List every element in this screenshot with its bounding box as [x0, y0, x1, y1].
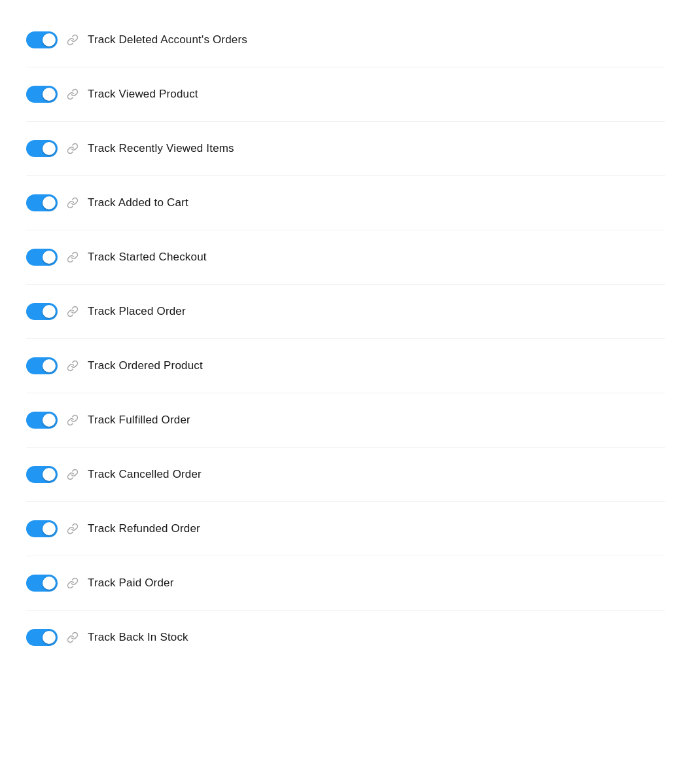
link-icon-track-fulfilled-order[interactable]	[65, 413, 80, 427]
setting-label-track-added-to-cart: Track Added to Cart	[88, 196, 188, 209]
toggle-thumb	[43, 577, 56, 590]
link-icon-track-viewed-product[interactable]	[65, 87, 80, 101]
setting-label-track-paid-order: Track Paid Order	[88, 577, 174, 590]
setting-item-track-added-to-cart: Track Added to Cart	[26, 176, 665, 230]
link-icon-track-added-to-cart[interactable]	[65, 196, 80, 210]
toggle-track-paid-order[interactable]	[26, 575, 58, 592]
toggle-thumb	[43, 196, 56, 209]
setting-label-track-deleted-account-orders: Track Deleted Account's Orders	[88, 33, 247, 46]
setting-label-track-recently-viewed-items: Track Recently Viewed Items	[88, 142, 234, 155]
toggle-thumb	[43, 33, 56, 46]
setting-label-track-fulfilled-order: Track Fulfilled Order	[88, 414, 190, 427]
settings-list: Track Deleted Account's Orders Track Vie…	[0, 0, 691, 677]
toggle-thumb	[43, 305, 56, 318]
setting-item-track-started-checkout: Track Started Checkout	[26, 230, 665, 285]
toggle-thumb	[43, 88, 56, 101]
setting-label-track-cancelled-order: Track Cancelled Order	[88, 468, 202, 481]
setting-label-track-back-in-stock: Track Back In Stock	[88, 631, 188, 644]
toggle-track-ordered-product[interactable]	[26, 357, 58, 374]
setting-label-track-refunded-order: Track Refunded Order	[88, 522, 200, 535]
toggle-track-deleted-account-orders[interactable]	[26, 31, 58, 48]
toggle-thumb	[43, 142, 56, 155]
toggle-track-added-to-cart[interactable]	[26, 194, 58, 211]
setting-label-track-placed-order: Track Placed Order	[88, 305, 186, 318]
toggle-track-refunded-order[interactable]	[26, 520, 58, 537]
setting-item-track-viewed-product: Track Viewed Product	[26, 67, 665, 122]
setting-label-track-started-checkout: Track Started Checkout	[88, 251, 207, 264]
toggle-track-placed-order[interactable]	[26, 303, 58, 320]
setting-item-track-ordered-product: Track Ordered Product	[26, 339, 665, 393]
toggle-track-back-in-stock[interactable]	[26, 629, 58, 646]
link-icon-track-back-in-stock[interactable]	[65, 630, 80, 645]
link-icon-track-deleted-account-orders[interactable]	[65, 33, 80, 47]
toggle-thumb	[43, 251, 56, 264]
toggle-thumb	[43, 414, 56, 427]
setting-item-track-paid-order: Track Paid Order	[26, 556, 665, 611]
link-icon-track-ordered-product[interactable]	[65, 359, 80, 373]
toggle-track-cancelled-order[interactable]	[26, 466, 58, 483]
setting-item-track-placed-order: Track Placed Order	[26, 285, 665, 339]
toggle-thumb	[43, 631, 56, 644]
setting-item-track-recently-viewed-items: Track Recently Viewed Items	[26, 122, 665, 176]
toggle-track-started-checkout[interactable]	[26, 249, 58, 266]
setting-label-track-viewed-product: Track Viewed Product	[88, 88, 198, 101]
link-icon-track-recently-viewed-items[interactable]	[65, 141, 80, 156]
toggle-thumb	[43, 468, 56, 481]
toggle-track-fulfilled-order[interactable]	[26, 412, 58, 429]
link-icon-track-cancelled-order[interactable]	[65, 467, 80, 482]
setting-label-track-ordered-product: Track Ordered Product	[88, 359, 203, 372]
toggle-track-recently-viewed-items[interactable]	[26, 140, 58, 157]
link-icon-track-refunded-order[interactable]	[65, 522, 80, 536]
setting-item-track-back-in-stock: Track Back In Stock	[26, 611, 665, 664]
link-icon-track-placed-order[interactable]	[65, 304, 80, 319]
setting-item-track-deleted-account-orders: Track Deleted Account's Orders	[26, 13, 665, 67]
setting-item-track-cancelled-order: Track Cancelled Order	[26, 448, 665, 502]
toggle-track-viewed-product[interactable]	[26, 86, 58, 103]
link-icon-track-paid-order[interactable]	[65, 576, 80, 590]
setting-item-track-refunded-order: Track Refunded Order	[26, 502, 665, 556]
link-icon-track-started-checkout[interactable]	[65, 250, 80, 264]
setting-item-track-fulfilled-order: Track Fulfilled Order	[26, 393, 665, 448]
toggle-thumb	[43, 522, 56, 535]
toggle-thumb	[43, 359, 56, 372]
